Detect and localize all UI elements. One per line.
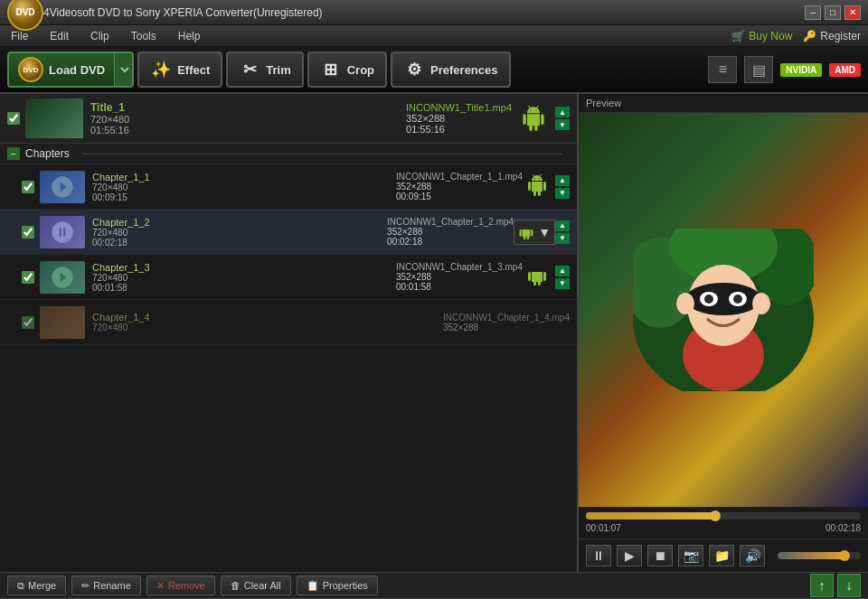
chapter-row: Chapter_1_2 720×480 00:02:18 INCONNW1_Ch… — [0, 210, 577, 255]
rename-button[interactable]: ✏ Rename — [71, 576, 141, 595]
volume-fill — [778, 552, 844, 559]
chapter-3-output: INCONNW1_Chapter_1_3.mp4 352×288 00:01:5… — [396, 262, 523, 292]
chapter-2-down[interactable]: ▼ — [555, 233, 570, 244]
preview-controls: ⏸ ▶ ⏹ 📷 📁 🔊 — [579, 538, 868, 572]
chapter-1-android — [526, 174, 552, 200]
expand-down-button[interactable]: ▼ — [555, 119, 570, 130]
stop-button[interactable]: ⏹ — [647, 545, 673, 566]
chapters-expand-button[interactable]: − — [7, 147, 20, 160]
chapter-1-down[interactable]: ▼ — [555, 188, 570, 199]
main-content: Title_1 720×480 01:55:16 INCONNW1_Title1… — [0, 94, 868, 572]
chapter-2-format-dropdown[interactable]: ▼ — [514, 220, 555, 245]
move-up-button[interactable]: ↑ — [810, 574, 834, 597]
preferences-button[interactable]: ⚙ Preferences — [391, 51, 510, 88]
chapter-2-output-name: INCONNW1_Chapter_1_2.mp4 — [387, 217, 514, 227]
chapter-4-checkbox[interactable] — [22, 316, 34, 329]
load-dvd-icon: DVD — [18, 57, 43, 82]
crop-button[interactable]: ⊞ Crop — [307, 51, 387, 88]
clear-all-button[interactable]: 🗑 Clear All — [221, 576, 291, 595]
chapter-2-up[interactable]: ▲ — [555, 220, 570, 231]
crop-icon: ⊞ — [320, 59, 342, 80]
chapter-1-checkbox[interactable] — [22, 181, 34, 193]
chapter-1-thumbnail — [40, 171, 85, 203]
play-button[interactable]: ▶ — [617, 545, 642, 566]
android-icon — [519, 104, 548, 133]
pause-button[interactable]: ⏸ — [586, 545, 611, 566]
expand-up-button[interactable]: ▲ — [555, 107, 570, 117]
chapter-2-output-duration: 00:02:18 — [387, 237, 514, 247]
list-view-button[interactable]: ≡ — [708, 56, 737, 83]
chapter-4-thumbnail — [40, 306, 85, 339]
move-buttons: ↑ ↓ — [810, 574, 861, 597]
window-title: 4Videosoft DVD to Sony XPERIA Converter(… — [43, 6, 805, 19]
chapter-2-thumbnail — [40, 216, 85, 248]
menubar: File Edit Clip Tools Help 🛒 Buy Now 🔑 Re… — [0, 25, 868, 47]
chapters-label: Chapters — [25, 147, 70, 160]
chapter-2-checkbox[interactable] — [22, 226, 34, 239]
chapter-2-duration: 00:02:18 — [92, 238, 380, 248]
file-list: Title_1 720×480 01:55:16 INCONNW1_Title1… — [0, 94, 579, 572]
title-output-duration: 01:55:16 — [406, 124, 512, 135]
title-arrows: ▲ ▼ — [555, 107, 570, 130]
preview-progress-thumb[interactable] — [710, 510, 721, 521]
title-output-name: INCONNW1_Title1.mp4 — [406, 102, 512, 113]
volume-bar[interactable] — [778, 552, 861, 559]
chapter-2-output: INCONNW1_Chapter_1_2.mp4 352×288 00:02:1… — [387, 217, 514, 247]
merge-button[interactable]: ⧉ Merge — [7, 576, 66, 595]
preview-times: 00:01:07 00:02:18 — [586, 523, 861, 533]
svg-point-12 — [752, 293, 770, 314]
menu-tools[interactable]: Tools — [127, 28, 160, 44]
chapter-3-output-duration: 00:01:58 — [396, 282, 523, 292]
window-controls: – □ ✕ — [805, 5, 861, 20]
maximize-button[interactable]: □ — [825, 5, 841, 20]
buy-now-link[interactable]: 🛒 Buy Now — [731, 30, 792, 42]
chapter-3-duration: 00:01:58 — [92, 283, 389, 293]
merge-icon: ⧉ — [17, 580, 24, 592]
effect-button[interactable]: ✨ Effect — [137, 51, 222, 88]
menu-clip[interactable]: Clip — [87, 28, 113, 44]
volume-thumb[interactable] — [839, 550, 850, 561]
load-dvd-button[interactable]: DVD Load DVD — [7, 51, 134, 88]
chapter-3-info: Chapter_1_3 720×480 00:01:58 — [92, 262, 389, 293]
load-dvd-dropdown[interactable] — [114, 53, 132, 86]
register-link[interactable]: 🔑 Register — [803, 30, 861, 42]
menu-help[interactable]: Help — [175, 28, 204, 44]
remove-button[interactable]: ✕ Remove — [146, 576, 215, 595]
detail-view-button[interactable]: ▤ — [744, 56, 773, 83]
snapshot-button[interactable]: 📷 — [678, 545, 703, 566]
volume-button[interactable]: 🔊 — [740, 545, 765, 566]
title-resolution: 720×480 — [90, 114, 399, 125]
chapters-section: − Chapters — [0, 144, 577, 164]
chapter-3-res: 720×480 — [92, 273, 389, 283]
move-down-button[interactable]: ↓ — [837, 574, 861, 597]
chapter-3-thumbnail — [40, 261, 85, 294]
preview-label: Preview — [579, 94, 868, 113]
title-checkbox[interactable] — [7, 112, 20, 125]
folder-button[interactable]: 📁 — [709, 545, 734, 566]
toolbar-right: ≡ ▤ NVIDIA AMD — [708, 56, 861, 83]
chapter-3-checkbox[interactable] — [22, 271, 34, 284]
chapter-4-info: Chapter_1_4 720×480 — [92, 312, 436, 332]
titlebar: DVD 4Videosoft DVD to Sony XPERIA Conver… — [0, 0, 868, 25]
chapter-1-res: 720×480 — [92, 183, 389, 192]
menu-file[interactable]: File — [7, 28, 32, 44]
chapter-1-up[interactable]: ▲ — [555, 175, 570, 186]
chapter-3-down[interactable]: ▼ — [555, 278, 570, 289]
properties-button[interactable]: 📋 Properties — [297, 576, 378, 595]
close-button[interactable]: ✕ — [844, 5, 861, 20]
trim-button[interactable]: ✂ Trim — [226, 51, 303, 88]
chapter-1-name: Chapter_1_1 — [92, 172, 389, 183]
chapter-1-arrows: ▲ ▼ — [555, 175, 570, 199]
chapter-4-name: Chapter_1_4 — [92, 312, 436, 323]
preview-progress-bar[interactable] — [586, 512, 861, 519]
minimize-button[interactable]: – — [805, 5, 821, 20]
chapter-3-up[interactable]: ▲ — [555, 266, 570, 276]
chapter-4-output-name: INCONNW1_Chapter_1_4.mp4 — [443, 313, 570, 323]
chapters-divider — [82, 154, 562, 154]
action-bar: ⧉ Merge ✏ Rename ✕ Remove 🗑 Clear All 📋 … — [0, 572, 868, 599]
chapter-3-arrows: ▲ ▼ — [555, 266, 570, 289]
menu-edit[interactable]: Edit — [46, 28, 72, 44]
title-name: Title_1 — [90, 101, 399, 114]
svg-point-10 — [733, 295, 742, 304]
title-thumbnail — [25, 98, 83, 138]
